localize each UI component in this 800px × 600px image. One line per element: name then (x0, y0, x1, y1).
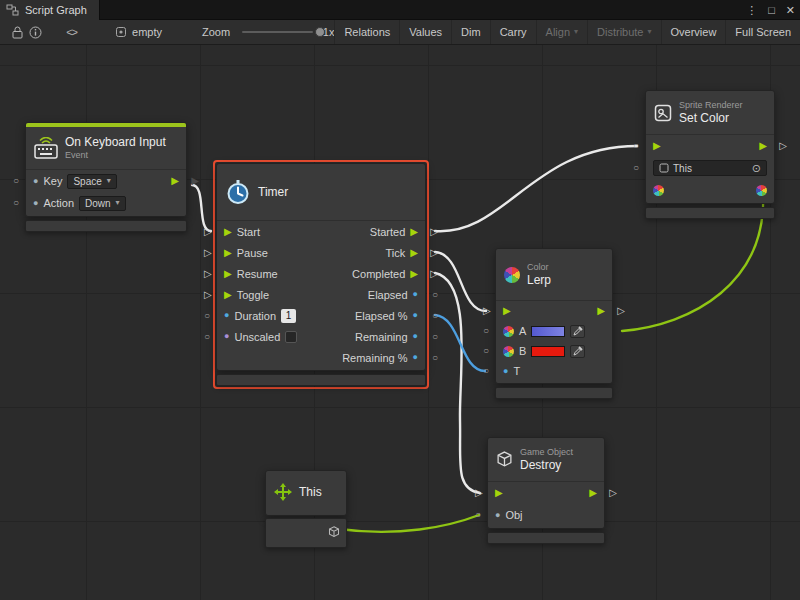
node-destroy[interactable]: Game Object Destroy ▷ ▶ ▶ ▷ ○ ● Obj (487, 437, 605, 544)
node-group: Sprite Renderer (679, 100, 743, 111)
port-row: ○ ▶ ▶ ▷ (646, 135, 774, 157)
remaining-out-port[interactable]: ○ (432, 332, 438, 342)
flow-in-arrow: ▶ (224, 248, 232, 258)
flow-out-port[interactable]: ▷ (617, 306, 625, 316)
timer-clock-icon (225, 179, 251, 205)
target-in-port[interactable]: ○ (633, 163, 639, 173)
start-flow-port[interactable]: ▷ (204, 227, 212, 237)
script-graph-icon (6, 4, 19, 16)
collapse-ports-icon[interactable]: <> (66, 26, 77, 38)
flow-in-port[interactable]: ○ (633, 141, 639, 151)
node-color-lerp[interactable]: Color Lerp ▷ ▶ ▶ ▷ ○ A (495, 248, 613, 399)
align-button: Align▾ (536, 20, 587, 44)
wire-keyboard-to-timer-start[interactable] (192, 185, 211, 231)
flow-in-arrow: ▶ (495, 488, 503, 498)
game-object-out-port[interactable] (328, 526, 340, 540)
a-in-port[interactable]: ○ (483, 326, 489, 336)
node-on-keyboard-input[interactable]: On Keyboard Input Event ○ ● Key Space▾ ▶… (25, 122, 187, 232)
obj-in-port[interactable]: ○ (475, 510, 481, 520)
graph-file-icon (115, 26, 127, 38)
flow-out-port[interactable]: ▷ (779, 141, 787, 151)
resume-label: Resume (237, 268, 278, 280)
tab-script-graph[interactable]: Script Graph (0, 0, 100, 20)
relations-button[interactable]: Relations (334, 20, 399, 44)
target-object-field[interactable]: This ⊙ (653, 160, 767, 176)
elapsed-value-dot: ● (413, 290, 418, 299)
node-title: Lerp (527, 273, 551, 287)
color-a-swatch[interactable] (531, 326, 565, 337)
fullscreen-button[interactable]: Full Screen (725, 20, 800, 44)
lock-icon[interactable] (8, 20, 26, 44)
node-footer (645, 207, 775, 219)
port-row: ▷ ▶ ▶ ▷ (496, 301, 612, 321)
object-picker-icon[interactable]: ⊙ (752, 163, 761, 174)
values-button[interactable]: Values (399, 20, 451, 44)
duration-label: Duration (234, 310, 276, 322)
flow-out-port[interactable]: ▷ (609, 488, 617, 498)
remaining-percent-label: Remaining % (342, 352, 407, 364)
zoom-slider[interactable] (242, 31, 313, 33)
t-in-port[interactable]: ○ (483, 366, 489, 376)
action-input-port[interactable]: ○ (13, 198, 19, 208)
flow-out-arrow: ▶ (759, 141, 767, 151)
remaining-percent-out-port[interactable]: ○ (432, 353, 438, 363)
color-b-swatch[interactable] (531, 346, 565, 357)
started-label: Started (370, 226, 405, 238)
tick-flow-port[interactable]: ▷ (430, 248, 438, 258)
color-input-wheel-icon[interactable] (653, 185, 664, 196)
remaining-percent-dot: ● (413, 353, 418, 362)
node-this[interactable]: This (265, 470, 347, 548)
node-footer (216, 374, 426, 386)
node-set-color[interactable]: Sprite Renderer Set Color ○ ▶ ▶ ▷ ○ This (645, 90, 775, 219)
pause-flow-port[interactable]: ▷ (204, 248, 212, 258)
action-dropdown[interactable]: Down▾ (79, 196, 126, 211)
pause-label: Pause (237, 247, 268, 259)
duration-value-field[interactable]: 1 (281, 309, 296, 323)
completed-label: Completed (352, 268, 405, 280)
color-port-wheel-icon[interactable] (756, 185, 767, 196)
flow-out-port[interactable]: ▶ (191, 176, 199, 186)
info-icon[interactable] (26, 20, 44, 44)
key-dropdown[interactable]: Space▾ (67, 174, 116, 189)
unscaled-in-port[interactable]: ○ (204, 332, 210, 342)
node-timer[interactable]: Timer ▷ ▶ Start Started ▶ ▷ ▷ ▶ Pause Ti… (213, 160, 429, 389)
wire-timer-tick-to-lerp[interactable] (435, 252, 486, 311)
unscaled-checkbox[interactable] (285, 331, 297, 343)
a-label: A (519, 325, 526, 337)
b-in-port[interactable]: ○ (483, 346, 489, 356)
port-row: ○ ● T (496, 361, 612, 381)
eyedropper-a-button[interactable] (570, 325, 585, 338)
flow-out-arrow: ▶ (597, 306, 605, 316)
caret-down-icon: ▾ (107, 177, 111, 185)
a-color-wheel-icon (503, 326, 514, 337)
flow-in-port[interactable]: ▷ (475, 488, 483, 498)
remaining-dot: ● (413, 332, 418, 341)
graph-canvas[interactable]: On Keyboard Input Event ○ ● Key Space▾ ▶… (0, 45, 800, 600)
port-row: ○ ● Unscaled Remaining ● ○ (217, 326, 425, 347)
flow-out-arrow: ▶ (410, 227, 418, 237)
carry-button[interactable]: Carry (490, 20, 536, 44)
toggle-flow-port[interactable]: ▷ (204, 290, 212, 300)
close-icon[interactable]: ✕ (786, 5, 795, 16)
started-flow-port[interactable]: ▷ (430, 227, 438, 237)
port-row: ▷ ▶ Toggle Elapsed ● ○ (217, 284, 425, 305)
node-title: Timer (258, 185, 288, 199)
completed-flow-port[interactable]: ▷ (430, 269, 438, 279)
resume-flow-port[interactable]: ▷ (204, 269, 212, 279)
eyedropper-b-button[interactable] (570, 345, 585, 358)
flow-in-port[interactable]: ▷ (483, 306, 491, 316)
wire-timer-elapsed-to-lerp-t[interactable] (435, 315, 485, 371)
zoom-slider-handle[interactable] (315, 27, 325, 37)
wire-timer-completed-to-destroy[interactable] (435, 273, 480, 493)
elapsed-percent-out-port[interactable]: ○ (432, 311, 438, 321)
duration-in-port[interactable]: ○ (204, 311, 210, 321)
window-menu-icon[interactable]: ⋮ (746, 5, 757, 16)
overview-button[interactable]: Overview (661, 20, 726, 44)
dim-button[interactable]: Dim (451, 20, 490, 44)
maximize-icon[interactable]: □ (768, 5, 775, 16)
elapsed-out-port[interactable]: ○ (432, 290, 438, 300)
wire-this-to-destroy-obj[interactable] (339, 515, 479, 532)
key-input-port[interactable]: ○ (13, 176, 19, 186)
wire-timer-started-to-setcolor[interactable] (435, 146, 637, 231)
port-row: ▷ ▶ Resume Completed ▶ ▷ (217, 263, 425, 284)
